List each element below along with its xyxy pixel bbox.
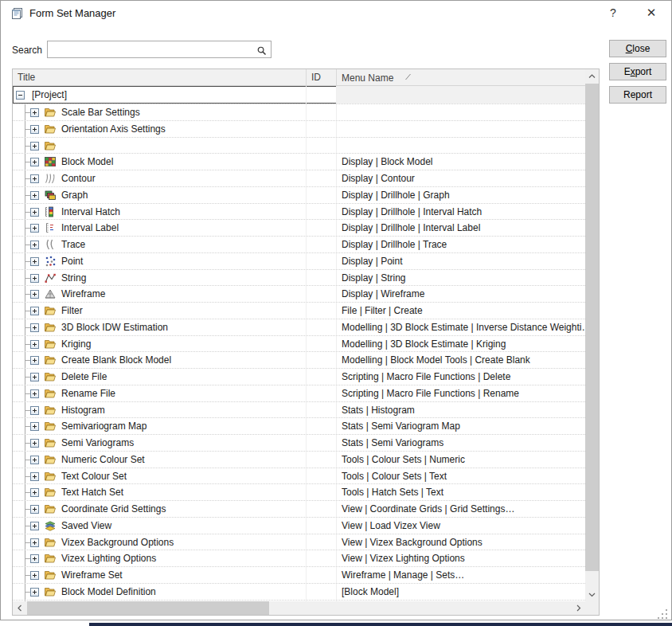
expand-button[interactable] [30, 472, 39, 481]
expand-button[interactable] [30, 274, 39, 283]
table-row[interactable]: Kriging Modelling | 3D Block Estimate | … [13, 336, 585, 353]
row-title: Create Blank Block Model [61, 354, 171, 366]
row-title: Orientation Axis Settings [61, 123, 166, 135]
expand-button[interactable] [30, 174, 39, 183]
row-id [307, 336, 337, 352]
resize-grip-icon[interactable] [658, 608, 669, 619]
table-row[interactable]: Interval Hatch Display | Drillhole | Int… [13, 204, 585, 221]
table-row[interactable]: Vizex Background Options View | Vizex Ba… [13, 534, 585, 551]
row-title: Vizex Background Options [61, 537, 174, 548]
table-row[interactable]: Filter File | Filter | Create [13, 303, 585, 319]
scroll-up-icon[interactable] [585, 69, 599, 83]
expand-button[interactable] [30, 356, 39, 365]
table-row[interactable]: Trace Display | Drillhole | Trace [13, 237, 585, 253]
expand-button[interactable] [30, 257, 39, 266]
expand-button[interactable] [30, 142, 39, 151]
expand-button[interactable] [30, 522, 39, 530]
table-row[interactable]: Coordinate Grid Settings View | Coordina… [13, 501, 585, 518]
window-close-button[interactable]: ✕ [639, 2, 663, 23]
expand-button[interactable] [30, 241, 39, 249]
table-row[interactable]: Contour Display | Contour [13, 170, 585, 187]
table-row[interactable]: Wireframe Set Wireframe | Manage | Sets… [13, 567, 585, 584]
row-menu-name: Display | Drillhole | Trace [342, 239, 447, 250]
table-row[interactable]: Block Model Definition [Block Model] [13, 584, 585, 601]
expand-button[interactable] [30, 389, 39, 398]
screen: Form Set Manager ? ✕ Search Close Export… [0, 0, 672, 626]
table-row[interactable]: Wireframe Display | Wireframe [13, 286, 585, 303]
expand-button[interactable] [30, 373, 39, 381]
row-menu-name: Stats | Histogram [342, 405, 415, 416]
table-row[interactable]: 3D Block IDW Estimation Modelling | 3D B… [13, 319, 585, 336]
expand-button[interactable] [30, 323, 39, 332]
row-id [307, 270, 337, 286]
expand-button[interactable] [30, 406, 39, 415]
expand-button[interactable] [30, 505, 39, 514]
row-menu-name: View | Load Vizex View [342, 520, 440, 531]
scroll-right-icon[interactable] [572, 601, 585, 615]
table-row[interactable]: Semivariogram Map Stats | Semi Variogram… [13, 418, 585, 435]
horizontal-scroll-thumb[interactable] [27, 601, 269, 615]
expand-button[interactable] [30, 488, 39, 497]
search-box [47, 41, 272, 58]
title-bar[interactable]: Form Set Manager ? ✕ [1, 1, 671, 26]
table-row[interactable]: Block Model Display | Block Model [13, 154, 585, 170]
table-row[interactable]: Scale Bar Settings [13, 104, 585, 121]
row-id [307, 534, 337, 550]
collapse-button[interactable] [16, 91, 25, 100]
expand-button[interactable] [30, 290, 39, 299]
expand-button[interactable] [30, 125, 39, 134]
expand-button[interactable] [30, 158, 39, 166]
table-row[interactable]: Point Display | Point [13, 253, 585, 270]
expand-button[interactable] [30, 422, 39, 431]
table-row[interactable]: Interval Label Display | Drillhole | Int… [13, 220, 585, 237]
table-row[interactable] [13, 138, 585, 155]
table-row[interactable]: String Display | String [13, 270, 585, 287]
table-row[interactable]: Vizex Lighting Options View | Vizex Ligh… [13, 550, 585, 567]
expand-button[interactable] [30, 208, 39, 217]
expand-button[interactable] [30, 554, 39, 563]
expand-button[interactable] [30, 538, 39, 547]
row-id [307, 138, 337, 154]
vertical-scroll-thumb[interactable] [585, 84, 599, 571]
project-root-row[interactable]: [Project] [13, 86, 585, 104]
search-icon[interactable] [256, 45, 267, 55]
expand-button[interactable] [30, 224, 39, 233]
row-title: Vizex Lighting Options [61, 553, 156, 564]
row-id [307, 452, 337, 468]
table-row[interactable]: Saved View View | Load Vizex View [13, 518, 585, 534]
report-button[interactable]: Report [609, 86, 666, 104]
help-button[interactable]: ? [601, 2, 625, 23]
table-row[interactable]: Semi Variograms Stats | Semi Variograms [13, 435, 585, 452]
expand-button[interactable] [30, 340, 39, 349]
column-header-id[interactable]: ID [307, 69, 337, 85]
expand-button[interactable] [30, 191, 39, 200]
table-row[interactable]: Histogram Stats | Histogram [13, 402, 585, 419]
table-row[interactable]: Text Colour Set Tools | Colour Sets | Te… [13, 468, 585, 485]
scroll-left-icon[interactable] [13, 601, 26, 615]
expand-button[interactable] [30, 588, 39, 597]
table-row[interactable]: Text Hatch Set Tools | Hatch Sets | Text [13, 484, 585, 501]
expand-button[interactable] [30, 456, 39, 464]
background-window-edge [89, 623, 672, 626]
row-title: Wireframe [61, 288, 105, 299]
search-input[interactable] [49, 42, 255, 57]
table-row[interactable]: Numeric Colour Set Tools | Colour Sets |… [13, 452, 585, 468]
table-row[interactable]: Graph Display | Drillhole | Graph [13, 187, 585, 204]
export-button[interactable]: Export [609, 63, 666, 80]
expand-button[interactable] [30, 439, 39, 448]
row-title: Scale Bar Settings [61, 107, 140, 118]
table-row[interactable]: Orientation Axis Settings [13, 121, 585, 138]
expand-button[interactable] [30, 108, 39, 117]
table-row[interactable]: Rename File Scripting | Macro File Funct… [13, 385, 585, 402]
table-row[interactable]: Create Blank Block Model Modelling | Blo… [13, 352, 585, 369]
close-button[interactable]: Close [609, 40, 666, 57]
column-header-title[interactable]: Title [13, 69, 307, 85]
vertical-scrollbar[interactable] [585, 69, 599, 601]
expand-button[interactable] [30, 307, 39, 315]
column-header-menu-name[interactable]: Menu Name [337, 69, 585, 85]
horizontal-scrollbar[interactable] [13, 601, 585, 615]
scroll-down-icon[interactable] [585, 588, 599, 601]
row-title: Interval Label [61, 222, 119, 233]
expand-button[interactable] [30, 571, 39, 580]
table-row[interactable]: Delete File Scripting | Macro File Funct… [13, 369, 585, 385]
